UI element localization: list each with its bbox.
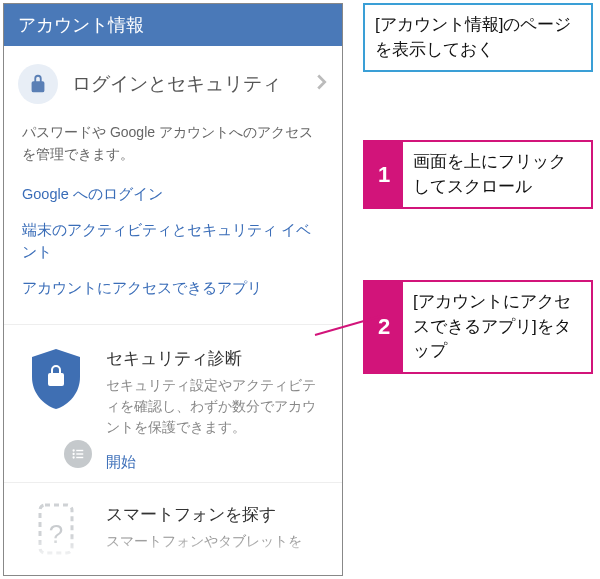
list-icon [64, 440, 92, 468]
login-security-links: Google へのログイン 端末のアクティビティとセキュリティ イベント アカウ… [4, 171, 342, 324]
find-phone-title: スマートフォンを探す [106, 503, 328, 526]
page-title: アカウント情報 [18, 13, 144, 37]
note-step-2-number: 2 [365, 282, 403, 372]
note-prerequisite-text: [アカウント情報]のページを表示しておく [365, 5, 591, 70]
svg-point-0 [72, 450, 74, 452]
phone-screen: アカウント情報 ログインとセキュリティ パスワードや Google アカウントへ… [3, 3, 343, 576]
link-apps-access[interactable]: アカウントにアクセスできるアプリ [22, 271, 324, 307]
security-checkup-card: セキュリティ診断 セキュリティ設定やアクティビティを確認し、わずか数分でアカウン… [4, 324, 342, 482]
find-phone-card: ? スマートフォンを探す スマートフォンやタブレットを [4, 482, 342, 567]
login-security-row[interactable]: ログインとセキュリティ [4, 46, 342, 112]
security-checkup-title: セキュリティ診断 [106, 347, 328, 370]
page-header: アカウント情報 [4, 4, 342, 46]
security-checkup-body: セキュリティ設定やアクティビティを確認し、わずか数分でアカウントを保護できます。 [106, 376, 328, 439]
lock-icon [18, 64, 58, 104]
note-step-1: 1 画面を上にフリックしてスクロール [363, 140, 593, 209]
svg-rect-5 [76, 457, 83, 458]
svg-point-4 [72, 457, 74, 459]
shield-lock-icon [28, 347, 84, 415]
page-content: ログインとセキュリティ パスワードや Google アカウントへのアクセスを管理… [4, 46, 342, 567]
find-phone-body: スマートフォンやタブレットを [106, 532, 328, 553]
login-security-desc: パスワードや Google アカウントへのアクセスを管理できます。 [4, 112, 342, 171]
link-device-activity[interactable]: 端末のアクティビティとセキュリティ イベント [22, 213, 324, 271]
note-step-1-number: 1 [365, 142, 403, 207]
note-step-1-text: 画面を上にフリックしてスクロール [403, 142, 591, 207]
note-step-2-text: [アカウントにアクセスできるアプリ]をタップ [403, 282, 591, 372]
link-google-login[interactable]: Google へのログイン [22, 177, 324, 213]
note-prerequisite: [アカウント情報]のページを表示しておく [363, 3, 593, 72]
phone-question-icon: ? [49, 519, 63, 550]
note-step-2: 2 [アカウントにアクセスできるアプリ]をタップ [363, 280, 593, 374]
svg-rect-3 [76, 453, 83, 454]
login-security-title: ログインとセキュリティ [58, 71, 310, 97]
chevron-right-icon [310, 71, 332, 97]
security-checkup-start[interactable]: 開始 [106, 453, 328, 472]
svg-rect-1 [76, 450, 83, 451]
svg-point-2 [72, 453, 74, 455]
